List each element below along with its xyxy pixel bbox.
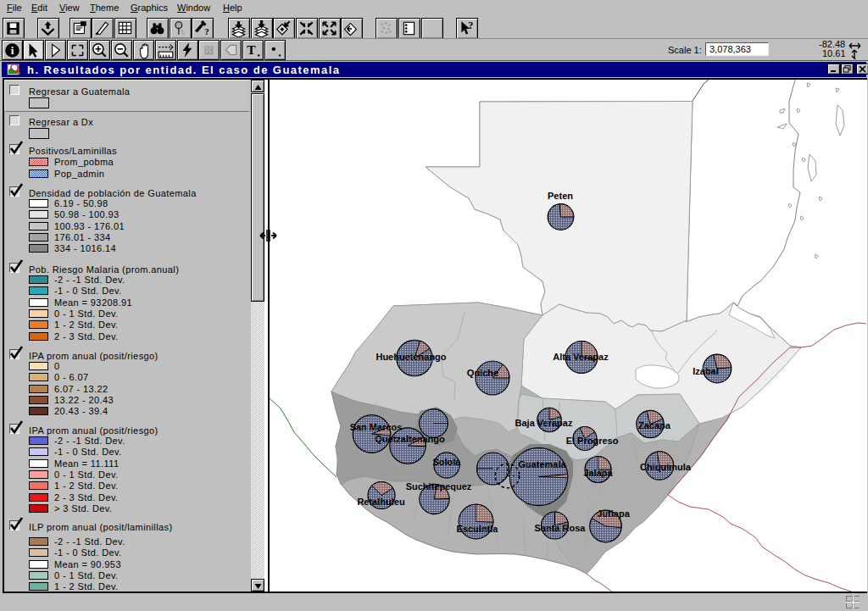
svg-text:Huehuetenango: Huehuetenango	[376, 352, 446, 362]
svg-text:Baja Verapaz: Baja Verapaz	[515, 418, 573, 428]
svg-text:?: ?	[204, 26, 209, 36]
svg-text:?: ?	[468, 19, 473, 31]
svg-text:Jalapa: Jalapa	[583, 468, 613, 478]
svg-text:Chiquimula: Chiquimula	[640, 462, 692, 472]
svg-text:i: i	[11, 44, 14, 57]
svg-text:Solola: Solola	[432, 457, 461, 467]
svg-text:Escuintla: Escuintla	[457, 524, 499, 534]
svg-text:Guatemala: Guatemala	[518, 459, 566, 469]
svg-text:Alta Verapaz: Alta Verapaz	[553, 352, 609, 362]
svg-text:Izabal: Izabal	[693, 366, 719, 376]
svg-text:Quetzaltenango: Quetzaltenango	[375, 434, 445, 444]
svg-text:Peten: Peten	[548, 191, 573, 201]
svg-text:San Marcos: San Marcos	[350, 422, 403, 432]
svg-text:T: T	[247, 42, 256, 57]
svg-text:Quiche: Quiche	[467, 368, 498, 378]
svg-text:El Progreso: El Progreso	[566, 436, 619, 446]
svg-text:Suchitepequez: Suchitepequez	[406, 481, 472, 492]
svg-text:Santa Rosa: Santa Rosa	[535, 523, 587, 533]
svg-text:Retalhuleu: Retalhuleu	[357, 497, 404, 507]
svg-text:Jutiapa: Jutiapa	[597, 508, 630, 519]
svg-text:Zacapa: Zacapa	[638, 420, 671, 430]
